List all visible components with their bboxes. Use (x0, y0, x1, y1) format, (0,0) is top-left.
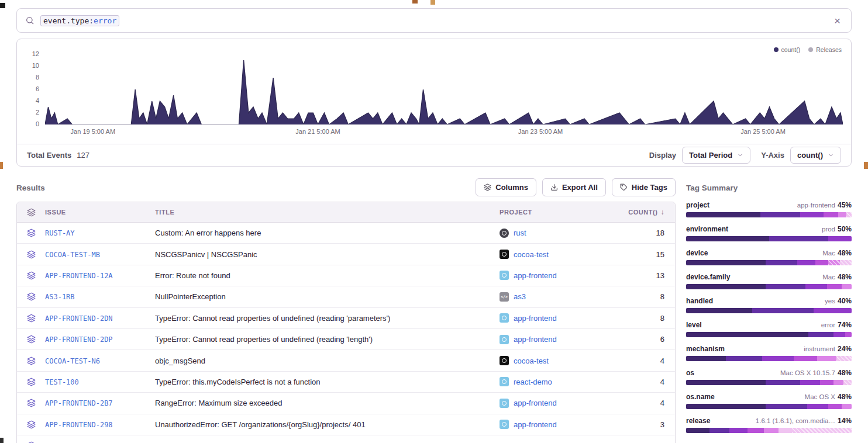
tag-segment[interactable] (827, 284, 842, 289)
tag-distribution-bar[interactable] (686, 356, 852, 361)
tag-distribution-bar[interactable] (686, 284, 852, 289)
tag-segment[interactable] (726, 356, 762, 361)
legend-item[interactable]: Releases (808, 46, 842, 53)
project-link[interactable]: cocoa-test (514, 357, 549, 365)
tag-segment[interactable] (828, 236, 852, 241)
tag-segment[interactable] (752, 308, 814, 313)
tag-segment[interactable] (686, 380, 766, 385)
header-issue[interactable]: ISSUE (45, 209, 155, 216)
tag-segment[interactable] (762, 356, 794, 361)
export-all-button[interactable]: Export All (542, 178, 606, 196)
tag-segment[interactable] (817, 356, 837, 361)
tag-segment[interactable] (766, 284, 805, 289)
table-row[interactable]: RUST-AYCustom: An error happens hererust… (17, 223, 675, 244)
tag-segment[interactable] (805, 284, 827, 289)
table-row[interactable]: APP-FRONTEND-298UnauthorizedError: GET /… (17, 414, 675, 435)
header-project[interactable]: PROJECT (500, 209, 621, 216)
issue-link[interactable]: TEST-100 (45, 378, 79, 386)
display-dropdown[interactable]: Total Period (682, 147, 750, 164)
tag-distribution-bar[interactable] (686, 236, 852, 241)
tag-segment[interactable] (842, 284, 852, 289)
tag-segment[interactable] (766, 260, 797, 265)
tag-segment[interactable] (815, 260, 829, 265)
tag-segment[interactable] (807, 404, 829, 409)
tag-segment[interactable] (748, 428, 764, 433)
issue-link[interactable]: APP-FRONTEND-2B7 (45, 399, 113, 407)
tag-segment[interactable] (828, 260, 840, 265)
search-query-token[interactable]: event.type:error (40, 15, 119, 26)
project-link[interactable]: as3 (514, 292, 526, 301)
table-row[interactable]: TEST-100TypeError: this.myCodeIsPerfect … (17, 372, 675, 393)
issue-link[interactable]: COCOA-TEST-MB (45, 251, 100, 259)
tag-segment[interactable] (814, 308, 852, 313)
project-link[interactable]: rust (514, 229, 526, 237)
tag-segment[interactable] (838, 212, 846, 217)
tag-segment[interactable] (779, 428, 792, 433)
issue-link[interactable]: RUST-AY (45, 229, 75, 237)
tag-segment[interactable] (820, 380, 833, 385)
tag-distribution-bar[interactable] (686, 380, 852, 385)
tag-segment[interactable] (792, 428, 852, 433)
tag-segment[interactable] (764, 428, 779, 433)
tag-segment[interactable] (800, 212, 824, 217)
y-axis-dropdown[interactable]: count() (790, 147, 841, 164)
tag-segment[interactable] (845, 332, 852, 337)
tag-segment[interactable] (800, 380, 820, 385)
hide-tags-button[interactable]: Hide Tags (612, 178, 676, 196)
tag-segment[interactable] (686, 212, 760, 217)
table-row[interactable]: APP-FRONTEND-2B7RangeError: Maximum size… (17, 393, 675, 414)
table-row[interactable]: COCOA-TEST-MBNSCGSPanicv | NSCGSPaniccoc… (17, 244, 675, 265)
tag-segment[interactable] (808, 332, 833, 337)
tag-segment[interactable] (797, 260, 815, 265)
issue-link[interactable]: APP-FRONTEND-298 (45, 421, 113, 429)
project-link[interactable]: react-demo (514, 378, 552, 386)
table-row[interactable] (17, 435, 675, 443)
legend-item[interactable]: count() (774, 46, 801, 53)
project-link[interactable]: app-frontend (514, 399, 557, 407)
sort-desc-icon[interactable]: ↓ (660, 208, 664, 216)
project-link[interactable]: app-frontend (514, 420, 557, 429)
tag-distribution-bar[interactable] (686, 260, 852, 265)
table-row[interactable]: APP-FRONTEND-2DPTypeError: Cannot read p… (17, 329, 675, 350)
tag-distribution-bar[interactable] (686, 212, 852, 217)
tag-segment[interactable] (842, 404, 852, 409)
tag-segment[interactable] (686, 236, 769, 241)
issue-link[interactable]: APP-FRONTEND-2DP (45, 335, 113, 344)
tag-segment[interactable] (766, 404, 807, 409)
tag-segment[interactable] (840, 260, 852, 265)
tag-segment[interactable] (686, 284, 766, 289)
tag-segment[interactable] (686, 260, 766, 265)
tag-distribution-bar[interactable] (686, 404, 852, 409)
issue-link[interactable]: APP-FRONTEND-2DN (45, 314, 113, 323)
search-bar[interactable]: event.type:error × (16, 8, 852, 33)
tag-segment[interactable] (686, 356, 726, 361)
tag-distribution-bar[interactable] (686, 428, 852, 433)
header-count[interactable]: COUNT()↓ (621, 208, 675, 216)
project-link[interactable]: app-frontend (514, 314, 557, 323)
clear-search-icon[interactable]: × (832, 15, 843, 26)
project-link[interactable]: app-frontend (514, 271, 557, 280)
tag-segment[interactable] (828, 404, 842, 409)
tag-segment[interactable] (709, 428, 729, 433)
tag-segment[interactable] (843, 380, 852, 385)
tag-segment[interactable] (766, 380, 800, 385)
tag-segment[interactable] (833, 332, 845, 337)
table-row[interactable]: AS3-1RBNullPointerExceptionas38 (17, 286, 675, 307)
project-link[interactable]: cocoa-test (514, 250, 549, 259)
tag-segment[interactable] (729, 428, 748, 433)
tag-distribution-bar[interactable] (686, 308, 852, 313)
table-row[interactable]: APP-FRONTEND-12AError: Route not foundap… (17, 265, 675, 286)
project-link[interactable]: app-frontend (514, 335, 557, 344)
table-row[interactable]: APP-FRONTEND-2DNTypeError: Cannot read p… (17, 308, 675, 329)
header-title[interactable]: TITLE (155, 209, 500, 216)
tag-segment[interactable] (769, 236, 829, 241)
tag-segment[interactable] (824, 212, 838, 217)
tag-segment[interactable] (833, 380, 843, 385)
tag-segment[interactable] (686, 404, 766, 409)
tag-segment[interactable] (760, 212, 800, 217)
tag-segment[interactable] (836, 356, 851, 361)
issue-link[interactable]: COCOA-TEST-N6 (45, 357, 100, 365)
tag-segment[interactable] (846, 212, 851, 217)
tag-distribution-bar[interactable] (686, 332, 852, 337)
events-chart[interactable]: Jan 19 5:00 AMJan 21 5:00 AMJan 23 5:00 … (45, 54, 843, 124)
